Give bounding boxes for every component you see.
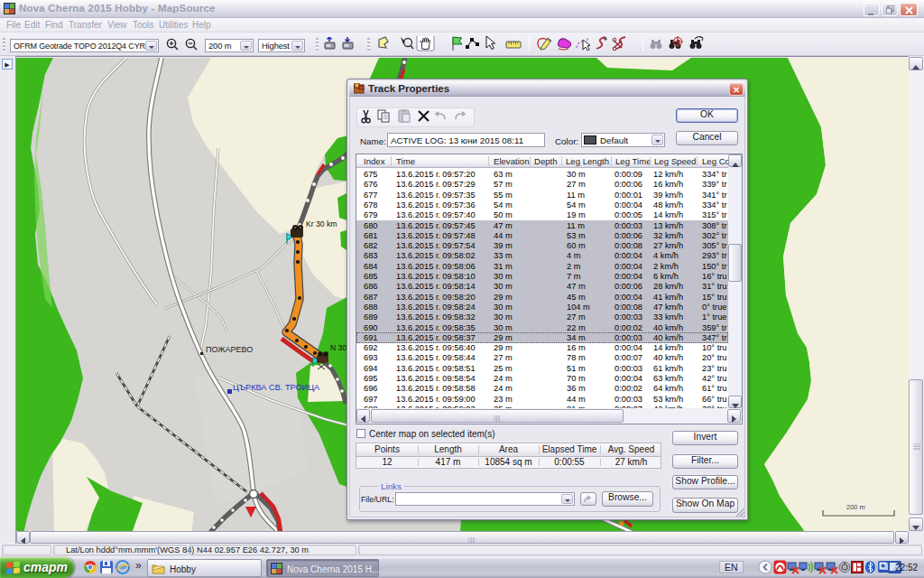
svg-text:Kr 30 km: Kr 30 km xyxy=(306,219,337,228)
svg-text:200 m: 200 m xyxy=(846,503,865,511)
svg-text:N 30: N 30 xyxy=(330,343,346,352)
svg-text:ЦЪРКВА СВ. ТРОИЦА: ЦЪРКВА СВ. ТРОИЦА xyxy=(233,383,320,392)
svg-text:ПОЖАРЕВО: ПОЖАРЕВО xyxy=(206,345,253,354)
